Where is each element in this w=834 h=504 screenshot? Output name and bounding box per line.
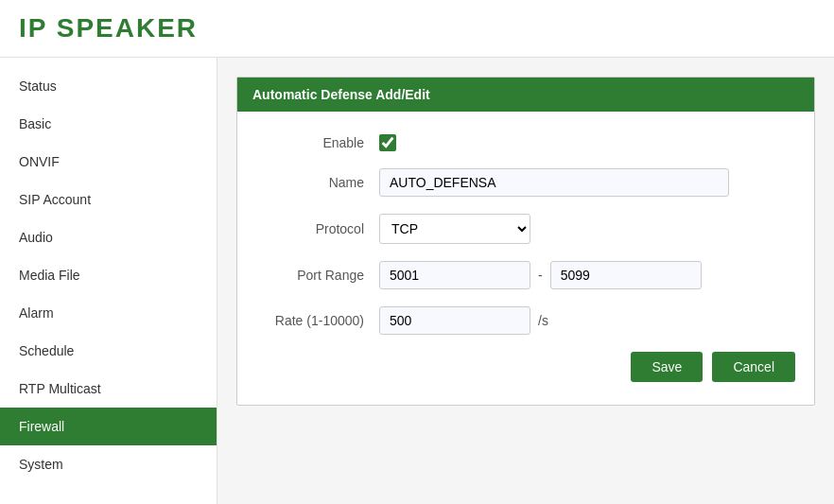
port-dash: - — [538, 268, 543, 283]
rate-input[interactable] — [379, 306, 530, 335]
button-row: Save Cancel — [256, 352, 795, 382]
sidebar: StatusBasicONVIFSIP AccountAudioMedia Fi… — [0, 58, 217, 504]
enable-label: Enable — [256, 135, 379, 150]
sidebar-item-system[interactable]: System — [0, 445, 217, 483]
protocol-label: Protocol — [256, 221, 379, 236]
save-button[interactable]: Save — [631, 352, 703, 382]
rate-label: Rate (1-10000) — [256, 313, 379, 328]
sidebar-item-alarm[interactable]: Alarm — [0, 294, 217, 332]
protocol-select[interactable]: TCPUDPICMP — [379, 214, 530, 244]
sidebar-item-media-file[interactable]: Media File — [0, 256, 217, 294]
sidebar-item-audio[interactable]: Audio — [0, 218, 217, 256]
sidebar-item-firewall[interactable]: Firewall — [0, 408, 217, 445]
port-range-row: Port Range - — [256, 261, 795, 289]
app-wrapper: IP SPEAKER StatusBasicONVIFSIP AccountAu… — [0, 0, 834, 504]
sidebar-item-onvif[interactable]: ONVIF — [0, 143, 217, 181]
panel-body: Enable Name Protocol TCPUDPIC — [237, 112, 814, 405]
panel: Automatic Defense Add/Edit Enable Name — [236, 77, 815, 406]
main-content: Automatic Defense Add/Edit Enable Name — [217, 58, 834, 504]
enable-checkbox[interactable] — [379, 134, 396, 151]
port-range-wrapper: - — [379, 261, 702, 289]
app-title: IP SPEAKER — [19, 13, 198, 43]
rate-suffix: /s — [538, 313, 548, 328]
sidebar-item-basic[interactable]: Basic — [0, 105, 217, 143]
port-end-input[interactable] — [550, 261, 702, 289]
rate-row: Rate (1-10000) /s — [256, 306, 795, 335]
name-label: Name — [256, 175, 379, 190]
enable-row: Enable — [256, 134, 795, 151]
sidebar-item-status[interactable]: Status — [0, 67, 217, 105]
name-input[interactable] — [379, 168, 729, 197]
sidebar-item-rtp-multicast[interactable]: RTP Multicast — [0, 370, 217, 408]
body: StatusBasicONVIFSIP AccountAudioMedia Fi… — [0, 58, 834, 504]
sidebar-item-sip-account[interactable]: SIP Account — [0, 181, 217, 218]
cancel-button[interactable]: Cancel — [712, 352, 795, 382]
protocol-row: Protocol TCPUDPICMP — [256, 214, 795, 244]
header: IP SPEAKER — [0, 0, 834, 58]
port-start-input[interactable] — [379, 261, 530, 289]
panel-title: Automatic Defense Add/Edit — [237, 78, 814, 112]
enable-checkbox-wrapper — [379, 134, 396, 151]
sidebar-item-schedule[interactable]: Schedule — [0, 332, 217, 370]
name-row: Name — [256, 168, 795, 197]
port-range-label: Port Range — [256, 268, 379, 283]
